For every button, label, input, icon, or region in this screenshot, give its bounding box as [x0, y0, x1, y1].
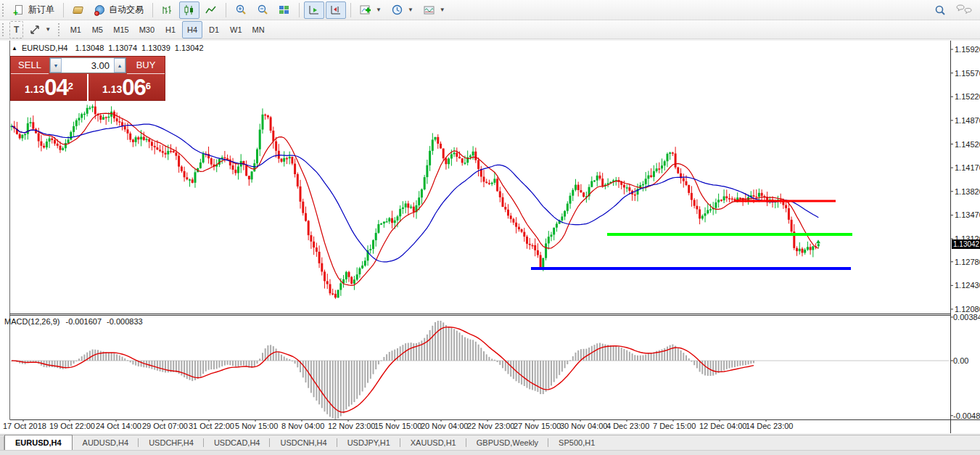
indicators-button[interactable]: ▼ [355, 1, 386, 19]
date-tick-label: 30 Nov 04:00 [560, 422, 607, 430]
cursor-tool-button[interactable]: ▼ [25, 21, 55, 38]
buy-price-sup: 6 [146, 74, 151, 99]
price-tick-label: 1.15920 [955, 45, 980, 54]
timeframe-m15[interactable]: M15 [109, 21, 133, 38]
chart-shift-icon [330, 4, 342, 16]
price-tick-label: 1.12430 [955, 281, 980, 290]
ohlc-close: 1.13042 [175, 44, 204, 52]
sell-price-small: 1.13 [25, 80, 44, 99]
date-tick-label: 8 Nov 04:00 [281, 422, 324, 430]
zoom-in-button[interactable] [231, 1, 251, 19]
sell-button[interactable]: SELL [11, 57, 49, 74]
price-tick-label: 1.12780 [955, 258, 980, 266]
macd-tick-label: 0.00 [953, 356, 968, 365]
autotrading-button[interactable]: 自动交易 [90, 1, 148, 19]
timeframe-mn[interactable]: MN [248, 21, 269, 38]
volume-decrease-button[interactable]: ▼ [50, 58, 62, 73]
symbol-tab-usdchf[interactable]: USDCHF,H4 [139, 436, 204, 450]
text-tool-button[interactable]: T [9, 21, 23, 38]
timeframe-m1[interactable]: M1 [65, 21, 86, 38]
timeframe-d1[interactable]: D1 [204, 21, 224, 38]
symbol-tab-usdjpy[interactable]: USDJPY,H1 [337, 436, 400, 450]
chat-icon[interactable] [955, 4, 974, 16]
symbol-tab-usdcad[interactable]: USDCAD,H4 [204, 436, 271, 450]
symbol-tab-sp500[interactable]: SP500,H1 [548, 436, 605, 450]
timeframe-h4[interactable]: H4 [182, 21, 202, 38]
macd-tick-label: 0.003847 [953, 313, 980, 321]
macd-signal-value: -0.000833 [107, 317, 143, 326]
templates-button[interactable]: ▼ [419, 1, 450, 19]
timeframe-m30[interactable]: M30 [135, 21, 159, 38]
symbol-name: EURUSD,H4 [22, 44, 68, 52]
candlestick-button[interactable] [179, 1, 199, 19]
volume-increase-button[interactable]: ▲ [114, 58, 125, 73]
buy-price-big: 06 [122, 77, 145, 99]
one-click-trading-panel: SELL ▼ ▲ BUY 1.13 04 2 1.13 06 6 [10, 56, 165, 101]
toolbar-grip-2[interactable] [2, 23, 6, 36]
zoom-in-icon [235, 4, 247, 16]
periods-button[interactable]: ▼ [387, 1, 418, 19]
toolbar-grip[interactable] [2, 4, 6, 17]
templates-caret: ▼ [440, 7, 445, 13]
collapse-triangle-icon[interactable]: ▲ [12, 45, 17, 52]
date-tick-label: 29 Oct 07:00 [142, 422, 188, 430]
timeframe-w1[interactable]: W1 [226, 21, 247, 38]
new-order-icon: + [14, 4, 25, 16]
date-tick-label: 12 Dec 04:00 [699, 422, 746, 430]
date-tick-label: 31 Oct 22:00 [189, 422, 234, 430]
buy-button[interactable]: BUY [127, 57, 165, 74]
macd-name: MACD(12,26,9) [4, 317, 59, 326]
price-tick-label: 1.15220 [955, 92, 980, 101]
macd-main-value: -0.001607 [65, 317, 102, 326]
profiles-icon [73, 4, 84, 16]
volume-input[interactable] [62, 58, 114, 73]
symbol-tab-usdcnh[interactable]: USDCNH,H4 [270, 436, 337, 450]
timeframe-h1[interactable]: H1 [160, 21, 181, 38]
ohlc-high: 1.13074 [108, 44, 137, 52]
date-tick-label: 7 Dec 15:00 [653, 422, 696, 430]
chart-symbol-header: ▲ EURUSD,H4 1.13048 1.13074 1.13039 1.13… [12, 44, 204, 52]
periods-icon [392, 4, 403, 16]
sell-price[interactable]: 1.13 04 2 [11, 74, 88, 101]
auto-scroll-button[interactable] [304, 1, 324, 19]
status-strip [0, 450, 980, 455]
price-tick-label: 1.13820 [955, 187, 980, 196]
date-tick-label: 15 Nov 15:00 [374, 422, 421, 430]
new-order-button[interactable]: + 新订单 [9, 1, 59, 19]
line-chart-button[interactable] [201, 1, 221, 19]
date-tick-label: 4 Dec 23:00 [606, 422, 649, 430]
symbol-tab-audusd[interactable]: AUDUSD,H4 [73, 436, 139, 450]
date-tick-label: 12 Nov 23:00 [328, 422, 375, 430]
buy-price-small: 1.13 [102, 80, 122, 99]
ohlc-open: 1.13048 [75, 44, 104, 52]
symbol-tab-xauusd[interactable]: XAUUSD,H1 [400, 436, 466, 450]
symbol-tab-gbpusd[interactable]: GBPUSD,Weekly [466, 436, 548, 450]
chart-window[interactable]: ▲ EURUSD,H4 1.13048 1.13074 1.13039 1.13… [0, 41, 980, 433]
zoom-out-button[interactable] [252, 1, 273, 19]
date-tick-label: 27 Nov 15:00 [514, 422, 561, 430]
periods-caret: ▼ [408, 7, 413, 13]
mt4-terminal: { "toolbar": { "new_order_label": "新订单",… [0, 0, 980, 455]
chart-shift-button[interactable] [326, 1, 346, 19]
autotrading-label: 自动交易 [109, 4, 144, 16]
ohlc-low: 1.13039 [141, 44, 170, 52]
line-chart-icon [205, 4, 217, 16]
autotrading-icon [94, 4, 106, 16]
date-tick-label: 24 Oct 14:00 [96, 422, 141, 430]
current-price-tag: 1.13042 [952, 239, 980, 249]
buy-price[interactable]: 1.13 06 6 [88, 74, 165, 101]
profiles-button[interactable] [68, 1, 88, 19]
timeframe-toolbar: T ▼ M1M5M15M30H1H4D1W1MN [0, 20, 980, 39]
macd-tick-label: -0.004856 [953, 411, 980, 420]
timeframe-grip[interactable] [58, 23, 62, 36]
sell-price-sup: 2 [68, 74, 73, 99]
symbol-tab-eurusd[interactable]: EURUSD,H4 [4, 435, 73, 450]
templates-icon [424, 4, 435, 16]
search-icon[interactable] [934, 4, 945, 16]
tile-windows-button[interactable] [274, 1, 295, 19]
date-tick-label: 5 Nov 15:00 [235, 422, 278, 430]
bar-chart-button[interactable] [157, 1, 178, 19]
timeframe-m5[interactable]: M5 [87, 21, 107, 38]
indicators-caret: ▼ [376, 7, 382, 13]
price-tick-label: 1.13470 [955, 210, 980, 219]
